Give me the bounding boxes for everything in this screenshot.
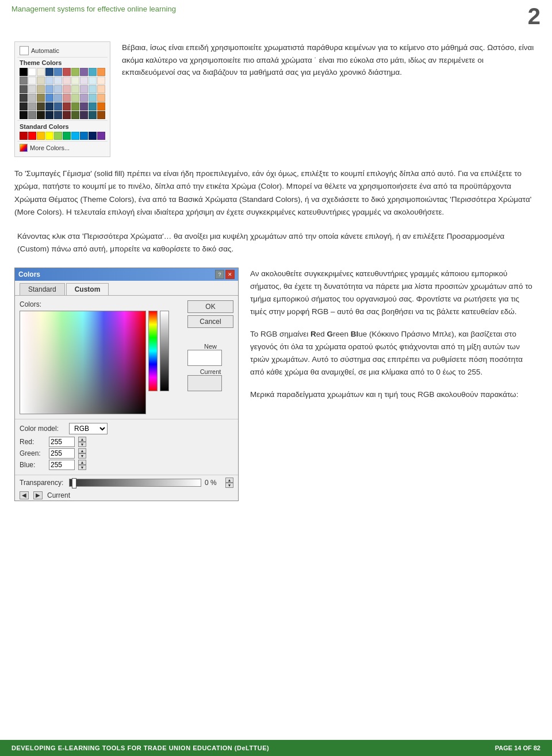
theme-color-cell[interactable]: [89, 94, 97, 102]
theme-color-cell[interactable]: [28, 94, 36, 102]
standard-color-cell[interactable]: [89, 132, 97, 140]
theme-color-cell[interactable]: [63, 102, 71, 110]
blue-spin-down[interactable]: ▼: [78, 465, 86, 470]
blue-input[interactable]: [49, 460, 75, 470]
theme-color-cell[interactable]: [97, 77, 105, 85]
theme-color-cell[interactable]: [80, 111, 88, 119]
blue-spin-up[interactable]: ▲: [78, 460, 86, 465]
theme-color-cell[interactable]: [89, 68, 97, 76]
theme-color-cell[interactable]: [89, 111, 97, 119]
standard-color-cell[interactable]: [97, 132, 105, 140]
theme-color-cell[interactable]: [89, 102, 97, 110]
green-spin-down[interactable]: ▼: [78, 453, 86, 459]
theme-color-cell[interactable]: [20, 94, 28, 102]
green-spin-up[interactable]: ▲: [78, 448, 86, 453]
green-text: reen: [333, 330, 351, 338]
theme-color-cell[interactable]: [80, 77, 88, 85]
standard-color-cell[interactable]: [54, 132, 62, 140]
hue-bar[interactable]: [148, 311, 158, 391]
theme-color-cell[interactable]: [80, 102, 88, 110]
theme-color-cell[interactable]: [37, 94, 45, 102]
theme-color-cell[interactable]: [54, 68, 62, 76]
theme-color-cell[interactable]: [54, 111, 62, 119]
theme-color-cell[interactable]: [97, 85, 105, 93]
theme-color-cell[interactable]: [45, 102, 53, 110]
theme-color-cell[interactable]: [37, 85, 45, 93]
theme-color-cell[interactable]: [45, 77, 53, 85]
theme-color-cell[interactable]: [89, 77, 97, 85]
theme-color-cell[interactable]: [71, 68, 79, 76]
theme-color-cell[interactable]: [63, 68, 71, 76]
slider-thumb: [72, 478, 76, 488]
transparency-value: 0 %: [205, 479, 222, 487]
transparency-spinner: ▲ ▼: [225, 478, 233, 488]
green-input[interactable]: [49, 448, 75, 459]
dialog-help-button[interactable]: ?: [215, 270, 224, 279]
transparency-spin-up[interactable]: ▲: [225, 478, 233, 483]
theme-color-cell[interactable]: [89, 85, 97, 93]
theme-color-cell[interactable]: [97, 94, 105, 102]
theme-color-cell[interactable]: [45, 85, 53, 93]
ok-button[interactable]: OK: [187, 300, 233, 313]
theme-color-cell[interactable]: [63, 77, 71, 85]
theme-color-cell[interactable]: [28, 111, 36, 119]
theme-color-cell[interactable]: [54, 102, 62, 110]
theme-color-cell[interactable]: [97, 68, 105, 76]
standard-color-cell[interactable]: [28, 132, 36, 140]
theme-color-cell[interactable]: [28, 85, 36, 93]
tab-custom[interactable]: Custom: [66, 283, 109, 295]
lightness-bar[interactable]: [160, 311, 169, 391]
theme-color-cell[interactable]: [97, 111, 105, 119]
theme-color-cell[interactable]: [37, 77, 45, 85]
theme-color-cell[interactable]: [80, 68, 88, 76]
standard-color-cell[interactable]: [80, 132, 88, 140]
theme-color-cell[interactable]: [71, 102, 79, 110]
standard-color-cell[interactable]: [63, 132, 71, 140]
standard-color-cell[interactable]: [45, 132, 53, 140]
theme-color-cell[interactable]: [54, 77, 62, 85]
transparency-slider[interactable]: [69, 479, 201, 487]
red-input[interactable]: [49, 437, 75, 447]
theme-color-cell[interactable]: [71, 77, 79, 85]
theme-color-cell[interactable]: [20, 85, 28, 93]
theme-color-cell[interactable]: [28, 102, 36, 110]
theme-color-cell[interactable]: [37, 102, 45, 110]
theme-color-cell[interactable]: [63, 94, 71, 102]
color-model-select[interactable]: RGB: [69, 423, 108, 434]
standard-color-cell[interactable]: [20, 132, 28, 140]
theme-color-cell[interactable]: [54, 85, 62, 93]
theme-color-cell[interactable]: [28, 68, 36, 76]
theme-color-cell[interactable]: [37, 68, 45, 76]
theme-color-cell[interactable]: [71, 85, 79, 93]
theme-color-cell[interactable]: [80, 94, 88, 102]
theme-color-cell[interactable]: [20, 68, 28, 76]
theme-color-cell[interactable]: [80, 85, 88, 93]
theme-color-cell[interactable]: [37, 111, 45, 119]
color-spectrum-area[interactable]: [20, 311, 146, 414]
more-colors-row[interactable]: More Colors...: [17, 141, 108, 154]
red-spin-up[interactable]: ▲: [78, 437, 86, 442]
cancel-button[interactable]: Cancel: [187, 315, 233, 328]
tab-standard[interactable]: Standard: [20, 283, 65, 295]
theme-color-cell[interactable]: [20, 77, 28, 85]
red-spin-down[interactable]: ▼: [78, 442, 86, 447]
theme-color-cell[interactable]: [71, 94, 79, 102]
standard-color-cell[interactable]: [71, 132, 79, 140]
theme-color-cell[interactable]: [97, 102, 105, 110]
nav-left-arrow[interactable]: ◀: [20, 491, 29, 499]
theme-color-cell[interactable]: [20, 102, 28, 110]
theme-color-cell[interactable]: [63, 111, 71, 119]
nav-right-arrow[interactable]: ▶: [33, 491, 43, 499]
theme-color-cell[interactable]: [45, 94, 53, 102]
theme-color-cell[interactable]: [20, 111, 28, 119]
theme-color-cell[interactable]: [45, 111, 53, 119]
theme-color-cell[interactable]: [71, 111, 79, 119]
dialog-close-button[interactable]: ✕: [225, 270, 235, 279]
theme-color-cell[interactable]: [45, 68, 53, 76]
automatic-row[interactable]: Automatic: [17, 44, 108, 58]
theme-color-cell[interactable]: [54, 94, 62, 102]
transparency-spin-down[interactable]: ▼: [225, 483, 233, 488]
theme-color-cell[interactable]: [28, 77, 36, 85]
theme-color-cell[interactable]: [63, 85, 71, 93]
standard-color-cell[interactable]: [37, 132, 45, 140]
